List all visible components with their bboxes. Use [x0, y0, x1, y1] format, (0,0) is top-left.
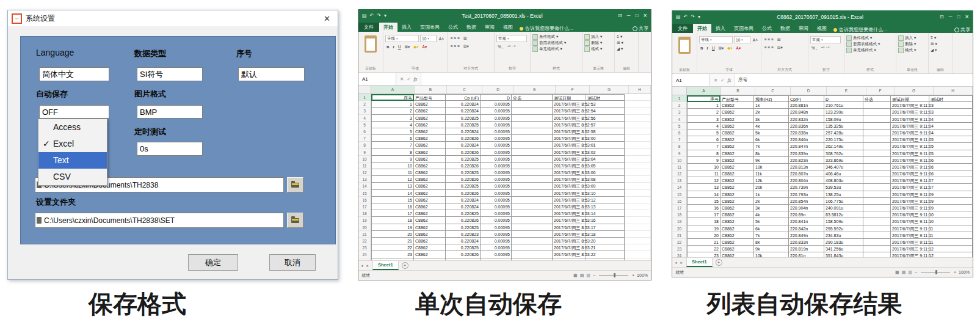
cell[interactable]: 5k — [754, 130, 789, 136]
align-top-icon[interactable]: ≡ ≡ ≡ — [449, 35, 461, 42]
cell[interactable] — [863, 123, 891, 130]
cell[interactable]: 0.00095 — [481, 163, 512, 169]
cell[interactable]: 22 — [687, 246, 720, 252]
row-header[interactable]: 19 — [358, 217, 371, 224]
cell[interactable]: 8 — [371, 149, 414, 156]
cell[interactable]: 0.220824 — [446, 203, 481, 210]
cell[interactable] — [929, 205, 973, 211]
ribbon-tab-4[interactable]: 公式 — [758, 24, 776, 33]
cell[interactable]: 0.220825 — [446, 169, 481, 176]
cell[interactable] — [929, 109, 973, 115]
ribbon-tab-3[interactable]: 页面布局 — [416, 23, 444, 32]
row-header[interactable]: 22 — [672, 239, 687, 246]
cell[interactable]: 2017/6/7/周三 9:11:05 — [891, 150, 929, 157]
row-header[interactable]: 11 — [672, 164, 687, 170]
row-header[interactable]: 8 — [358, 142, 371, 148]
style-button-1[interactable]: 套用表格格式▾ — [846, 41, 894, 47]
cell[interactable]: 0.00095 — [481, 251, 512, 258]
number-format-combo[interactable]: 常规▾ — [496, 35, 527, 42]
autosum-button[interactable]: Σ▾ — [931, 35, 950, 41]
cell[interactable]: C8862 — [720, 116, 754, 123]
cell[interactable]: 分选 — [863, 95, 891, 102]
cell[interactable] — [625, 101, 651, 108]
cell[interactable]: 3 — [687, 116, 720, 123]
cell[interactable]: 0.00095 — [481, 156, 512, 163]
cell[interactable]: 220.854n — [789, 198, 824, 205]
cell[interactable]: 12 — [687, 177, 720, 184]
cell[interactable] — [625, 115, 651, 122]
cell[interactable]: C8862 — [414, 210, 446, 217]
cell[interactable]: C8862 — [414, 217, 446, 224]
cell[interactable]: C8862 — [720, 252, 754, 257]
cell[interactable]: 220.793n — [789, 191, 824, 198]
italic-button[interactable]: I — [705, 45, 710, 51]
cell[interactable] — [625, 238, 651, 244]
cell[interactable]: 0.220826 — [446, 190, 481, 197]
ribbon-tab-7[interactable]: 视图 — [813, 24, 831, 33]
cell[interactable]: 11 — [371, 169, 414, 176]
cell[interactable]: 106.775u — [824, 198, 863, 205]
cell[interactable] — [929, 157, 973, 164]
cell[interactable] — [929, 218, 973, 225]
cell[interactable] — [625, 128, 651, 135]
page-layout-icon[interactable]: ▤ — [580, 273, 584, 278]
formula-input[interactable]: 序号 — [735, 74, 973, 86]
cell[interactable] — [625, 251, 651, 258]
set-folder-input[interactable]: C:\Users\czxin\Documents\TH2838\SET — [35, 213, 284, 228]
column-header-B[interactable]: B — [721, 87, 755, 95]
cell[interactable]: C8862 — [720, 157, 754, 164]
cell[interactable]: 频率(Hz) — [754, 95, 789, 102]
cell[interactable]: 2017/6/7/周三 9:11:09 — [891, 205, 929, 211]
cell[interactable]: 2017/6/7/周三 8:52:58 — [553, 128, 586, 135]
cell[interactable]: 1k — [754, 191, 789, 198]
cell[interactable]: 0.220826 — [446, 251, 481, 258]
cell[interactable]: Cp (uF) — [446, 94, 481, 101]
cell[interactable]: 9 — [371, 156, 414, 163]
cell[interactable]: 257.428u — [824, 130, 863, 136]
cell[interactable] — [625, 108, 651, 114]
cell[interactable]: C8862 — [720, 191, 754, 198]
style-button-1[interactable]: 套用表格格式▾ — [532, 40, 580, 46]
cell[interactable]: 0.220826 — [446, 163, 481, 169]
row-header[interactable]: 14 — [358, 183, 371, 189]
cell[interactable] — [512, 142, 553, 148]
cell[interactable]: 19 — [371, 224, 414, 231]
cell[interactable]: 5 — [371, 128, 414, 135]
cell[interactable] — [929, 150, 973, 157]
merge-center-icon[interactable]: ⊟▾ — [776, 44, 784, 51]
cell[interactable]: 2k — [754, 198, 789, 205]
cell[interactable]: 23 — [371, 251, 414, 258]
column-header-E[interactable]: E — [514, 86, 556, 93]
cell[interactable]: C8862 — [414, 108, 446, 114]
cell[interactable]: 0.00095 — [481, 149, 512, 156]
cell[interactable]: 220.807n — [789, 170, 824, 177]
cell[interactable]: 220.833n — [789, 239, 824, 246]
column-header-C[interactable]: C — [755, 87, 791, 95]
cells-button-1[interactable]: 删除▾ — [898, 41, 926, 47]
cell[interactable]: 2017/6/7/周三 8:52:54 — [553, 108, 586, 114]
grow-font-icon[interactable]: A˄ — [438, 35, 445, 42]
maximize-icon[interactable]: □ — [635, 13, 638, 18]
cell[interactable]: 8k — [754, 150, 789, 157]
ribbon-options-icon[interactable]: ⊡ — [940, 14, 944, 20]
cell[interactable]: C8862 — [414, 251, 446, 258]
page-layout-icon[interactable]: ▤ — [902, 270, 906, 275]
ribbon-tab-1[interactable]: 开始 — [379, 23, 397, 32]
cell[interactable]: 220.832n — [789, 116, 824, 123]
cell[interactable]: 2017/6/7/周三 8:53:18 — [553, 231, 586, 238]
row-header[interactable]: 15 — [672, 191, 687, 198]
cell[interactable]: 290.183u — [824, 239, 863, 246]
cells-button-2[interactable]: 格式▾ — [898, 47, 926, 53]
cell[interactable]: 9k — [754, 246, 789, 252]
ribbon-tab-file[interactable]: 文件 — [358, 23, 379, 32]
column-header-B[interactable]: B — [415, 86, 447, 93]
cell[interactable]: 341.256u — [824, 246, 863, 252]
cell[interactable]: 7 — [371, 142, 414, 148]
cell[interactable]: 220.175u — [824, 136, 863, 143]
zoom-slider[interactable] — [599, 275, 628, 276]
cell[interactable]: 2017/6/7/周三 8:53:24 — [553, 258, 586, 261]
cell[interactable] — [863, 252, 891, 257]
cell[interactable]: 255.592u — [824, 225, 863, 232]
cell[interactable]: 2017/6/7/周三 8:53:02 — [553, 149, 586, 156]
cell[interactable] — [929, 246, 973, 252]
